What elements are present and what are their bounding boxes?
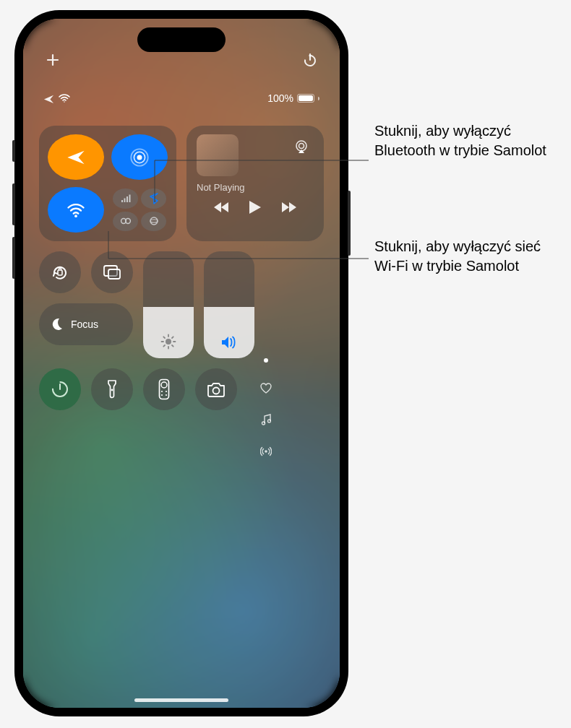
battery-tip — [318, 97, 319, 100]
previous-track-button[interactable] — [214, 202, 230, 213]
personal-hotspot-icon[interactable] — [113, 212, 138, 232]
play-button[interactable] — [249, 200, 262, 214]
svg-rect-7 — [124, 198, 125, 202]
svg-line-25 — [172, 345, 173, 347]
side-button-silence — [12, 140, 15, 162]
volume-fill — [204, 307, 254, 358]
brightness-icon — [160, 334, 176, 350]
side-button-volume-down — [12, 237, 15, 279]
focus-label: Focus — [71, 318, 98, 330]
dynamic-island — [137, 27, 226, 52]
screen: 100% — [23, 19, 340, 708]
airplane-mode-toggle[interactable] — [48, 134, 104, 180]
music-note-icon[interactable] — [261, 414, 271, 425]
svg-line-26 — [163, 345, 165, 347]
battery-icon — [297, 94, 314, 103]
airplane-status-icon — [43, 93, 54, 104]
svg-rect-8 — [126, 196, 128, 202]
svg-point-35 — [161, 382, 167, 388]
timer-button[interactable] — [39, 368, 81, 410]
brightness-fill — [143, 307, 194, 358]
svg-point-2 — [137, 155, 142, 160]
home-indicator[interactable] — [134, 698, 228, 702]
page-indicators[interactable] — [259, 358, 273, 457]
svg-point-37 — [166, 391, 167, 392]
wifi-toggle[interactable] — [48, 187, 104, 233]
svg-point-14 — [296, 141, 306, 151]
svg-point-40 — [213, 388, 220, 394]
svg-point-29 — [268, 420, 271, 422]
broadcast-icon[interactable] — [260, 446, 272, 457]
heart-icon[interactable] — [260, 383, 272, 394]
svg-rect-6 — [121, 200, 123, 202]
iphone-frame: 100% — [14, 10, 348, 716]
status-bar: 100% — [23, 91, 340, 105]
side-button-volume-up — [12, 183, 15, 225]
svg-line-27 — [172, 337, 173, 338]
airplay-button[interactable] — [289, 134, 314, 159]
now-playing-label: Not Playing — [197, 182, 314, 193]
camera-button[interactable] — [195, 368, 237, 410]
svg-point-19 — [166, 339, 171, 344]
svg-line-24 — [163, 337, 165, 338]
battery-percent: 100% — [267, 92, 293, 104]
volume-slider[interactable] — [204, 251, 254, 358]
orientation-lock-toggle[interactable] — [39, 251, 81, 293]
callout-line-bluetooth — [155, 160, 369, 182]
svg-point-5 — [74, 214, 77, 217]
svg-point-39 — [166, 394, 167, 396]
svg-point-15 — [299, 144, 304, 149]
wifi-status-icon — [59, 94, 70, 103]
add-control-button[interactable] — [43, 51, 62, 69]
svg-point-33 — [111, 389, 113, 391]
svg-point-38 — [161, 394, 163, 396]
connectivity-module[interactable] — [39, 126, 176, 241]
satellite-icon[interactable] — [141, 212, 166, 232]
callout-bluetooth-text: Stuknij, aby wyłączyć Bluetooth w trybie… — [374, 123, 546, 158]
svg-point-13 — [150, 220, 158, 222]
svg-point-30 — [265, 450, 267, 453]
apple-tv-remote-button[interactable] — [143, 368, 185, 410]
svg-point-12 — [150, 217, 158, 225]
brightness-slider[interactable] — [143, 251, 194, 358]
do-not-disturb-icon — [49, 317, 64, 332]
now-playing-module[interactable]: Not Playing — [186, 126, 324, 241]
bluetooth-icon[interactable] — [141, 188, 166, 209]
callout-line-wifi — [108, 231, 369, 260]
callout-bluetooth: Stuknij, aby wyłączyć Bluetooth w trybie… — [374, 121, 562, 160]
power-button[interactable] — [301, 51, 319, 69]
callout-wifi-text: Stuknij, aby wyłączyć sieć Wi-Fi w trybi… — [374, 238, 541, 274]
svg-rect-18 — [108, 269, 120, 279]
svg-point-28 — [262, 422, 265, 425]
page-dot-1[interactable] — [264, 358, 268, 363]
flashlight-button[interactable] — [91, 368, 133, 410]
cellular-signal-icon[interactable] — [113, 188, 138, 209]
svg-rect-16 — [58, 270, 62, 275]
svg-rect-9 — [129, 194, 130, 202]
svg-point-36 — [161, 391, 163, 392]
focus-button[interactable]: Focus — [39, 303, 133, 345]
callout-wifi: Stuknij, aby wyłączyć sieć Wi-Fi w trybi… — [374, 237, 562, 276]
volume-icon — [220, 335, 238, 350]
connectivity-more-cluster[interactable] — [111, 187, 168, 233]
next-track-button[interactable] — [280, 202, 296, 213]
